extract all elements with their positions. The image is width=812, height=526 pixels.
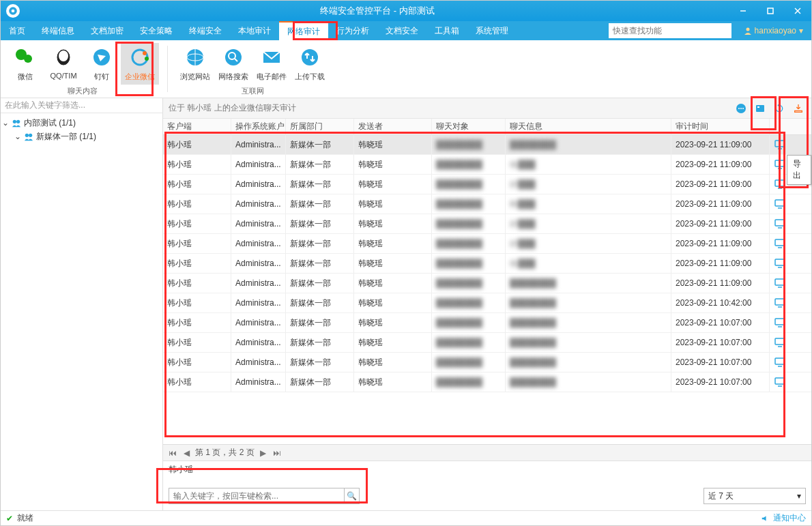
monitor-icon[interactable] (770, 254, 790, 273)
ribbon-qq[interactable]: QQ/TIM (44, 43, 83, 85)
col-header[interactable]: 操作系统账户 (231, 119, 286, 134)
col-header[interactable]: 所属部门 (286, 119, 354, 134)
monitor-icon[interactable] (770, 274, 790, 293)
audit-table: 客户端操作系统账户所属部门发送者聊天对象聊天信息审计时间 韩小瑶Administ… (163, 119, 811, 461)
svg-point-27 (29, 134, 32, 137)
keyword-input[interactable]: 🔍 (169, 488, 360, 504)
window-title: 终端安全管控平台 - 内部测试 (25, 5, 729, 17)
col-header[interactable]: 审计时间 (671, 119, 770, 134)
ribbon-search[interactable]: 网络搜索 (214, 43, 252, 85)
col-header[interactable]: 聊天对象 (432, 119, 506, 134)
ribbon-wecom[interactable]: 企业微信 (121, 43, 159, 85)
monitor-icon[interactable] (770, 333, 790, 352)
table-row[interactable]: 韩小瑶Administra...新媒体一部韩晓瑶████████████████… (163, 135, 811, 155)
menu-10[interactable]: 系统管理 (467, 21, 517, 40)
table-row[interactable]: 韩小瑶Administra...新媒体一部韩晓瑶████████████████… (163, 333, 811, 353)
search-icon (222, 46, 245, 69)
svg-rect-50 (775, 299, 785, 305)
maximize-button[interactable] (757, 1, 784, 21)
menu-4[interactable]: 终端安全 (181, 21, 230, 40)
menubar: 首页终端信息文档加密安全策略终端安全本地审计网络审计行为分析文档安全工具箱系统管… (1, 21, 811, 40)
monitor-icon[interactable] (770, 214, 790, 233)
menu-1[interactable]: 终端信息 (33, 21, 83, 40)
menu-6[interactable]: 网络审计 (279, 21, 328, 40)
monitor-icon[interactable] (770, 135, 790, 154)
svg-rect-46 (775, 259, 785, 265)
svg-point-14 (143, 51, 147, 55)
minimize-button[interactable] (729, 1, 757, 21)
menu-5[interactable]: 本地审计 (230, 21, 279, 40)
globe-icon (184, 46, 207, 69)
chat-icon[interactable] (734, 101, 749, 116)
tree-node[interactable]: ⌄新媒体一部 (1/1) (2, 130, 161, 143)
export-icon[interactable] (791, 101, 806, 116)
table-row[interactable]: 韩小瑶Administra...新媒体一部韩晓瑶████████████████… (163, 353, 811, 372)
tree-node[interactable]: ⌄内部测试 (1/1) (2, 116, 161, 130)
table-row[interactable]: 韩小瑶Administra...新媒体一部韩晓瑶████████████████… (163, 293, 811, 313)
svg-rect-42 (775, 220, 785, 226)
svg-rect-44 (775, 239, 785, 246)
refresh-icon[interactable] (772, 101, 787, 116)
col-header[interactable]: 聊天信息 (506, 119, 671, 134)
table-row[interactable]: 韩小瑶Administra...新媒体一部韩晓瑶████████好███2023… (163, 214, 811, 234)
card-view-icon[interactable] (753, 101, 768, 116)
menu-9[interactable]: 工具箱 (426, 21, 467, 40)
monitor-icon[interactable] (770, 234, 790, 253)
wechat-icon (14, 46, 37, 69)
monitor-icon[interactable] (770, 353, 790, 372)
search-icon[interactable]: 🔍 (344, 488, 359, 503)
monitor-icon[interactable] (770, 313, 790, 332)
bullhorn-icon (761, 514, 770, 523)
search-input[interactable] (609, 23, 731, 38)
ribbon-globe[interactable]: 浏览网站 (176, 43, 214, 85)
user-icon (744, 27, 752, 35)
table-row[interactable]: 韩小瑶Administra...新媒体一部韩晓瑶████████好███2023… (163, 175, 811, 194)
menu-3[interactable]: 安全策略 (132, 21, 181, 40)
notify-center[interactable]: 通知中心 (761, 512, 806, 524)
table-row[interactable]: 韩小瑶Administra...新媒体一部韩晓瑶████████收███2023… (163, 254, 811, 274)
table-row[interactable]: 韩小瑶Administra...新媒体一部韩晓瑶████████好███2023… (163, 234, 811, 254)
table-row[interactable]: 韩小瑶Administra...新媒体一部韩晓瑶████████████████… (163, 274, 811, 293)
col-header[interactable] (770, 119, 790, 134)
monitor-icon[interactable] (770, 372, 790, 392)
ribbon-wechat[interactable]: 微信 (6, 43, 44, 85)
table-row[interactable]: 韩小瑶Administra...新媒体一部韩晓瑶████████████████… (163, 372, 811, 392)
close-button[interactable] (784, 1, 811, 21)
table-row[interactable]: 韩小瑶Administra...新媒体一部韩晓瑶████████刚███2023… (163, 194, 811, 214)
svg-point-23 (302, 49, 318, 65)
pager-prev[interactable]: ◀ (182, 448, 191, 458)
ribbon-mail[interactable]: 电子邮件 (252, 43, 291, 85)
pager-next[interactable]: ▶ (259, 448, 267, 458)
ribbon-dingtalk[interactable]: 钉钉 (83, 43, 121, 85)
filter-bar: 🔍 近 7 天 ▾ (163, 482, 811, 510)
ribbon-updown[interactable]: 上传下载 (291, 43, 329, 85)
menu-2[interactable]: 文档加密 (83, 21, 132, 40)
monitor-icon[interactable] (770, 194, 790, 214)
qq-icon (52, 46, 75, 69)
svg-rect-3 (768, 8, 773, 14)
svg-point-15 (145, 57, 149, 61)
table-row[interactable]: 韩小瑶Administra...新媒体一部韩晓瑶████████收███2023… (163, 155, 811, 175)
menu-8[interactable]: 文档安全 (377, 21, 426, 40)
tree-filter-input[interactable]: 在此输入关键字筛选... (1, 98, 162, 113)
table-row[interactable]: 韩小瑶Administra...新媒体一部韩晓瑶████████████████… (163, 313, 811, 333)
chevron-down-icon: ⌄ (14, 132, 21, 141)
menu-7[interactable]: 行为分析 (328, 21, 377, 40)
pager-first[interactable]: ⏮ (167, 448, 178, 458)
svg-rect-40 (775, 200, 785, 206)
date-range-select[interactable]: 近 7 天 ▾ (704, 488, 806, 504)
wecom-icon (128, 46, 151, 69)
col-header[interactable]: 发送者 (354, 119, 432, 134)
app-logo (6, 4, 20, 18)
menu-0[interactable]: 首页 (1, 21, 33, 40)
monitor-icon[interactable] (770, 293, 790, 312)
check-icon: ✔ (6, 514, 13, 523)
col-header[interactable]: 客户端 (163, 119, 231, 134)
user-menu[interactable]: hanxiaoyao ▾ (736, 21, 811, 40)
svg-point-29 (738, 108, 740, 109)
svg-point-6 (746, 28, 749, 31)
pager-last[interactable]: ⏭ (272, 448, 282, 458)
svg-rect-33 (757, 106, 759, 108)
svg-rect-32 (756, 105, 764, 112)
svg-point-8 (24, 55, 32, 63)
